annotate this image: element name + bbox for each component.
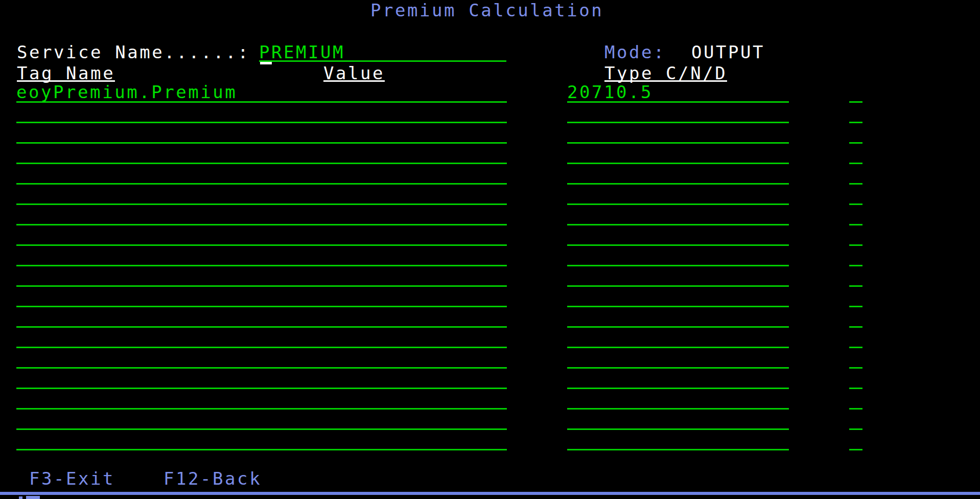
type-field[interactable] [849, 267, 862, 287]
value-field[interactable] [567, 247, 789, 266]
type-field[interactable] [849, 104, 862, 123]
type-field[interactable] [849, 226, 862, 246]
tag-field[interactable] [16, 411, 507, 430]
type-field[interactable] [849, 370, 862, 389]
terminal-screen: Premium Calculation Service Name......: … [0, 0, 980, 499]
value-field[interactable] [567, 267, 789, 287]
oia-clipped-glyph [19, 496, 22, 499]
value-field[interactable] [567, 411, 789, 430]
value-field[interactable] [567, 308, 789, 328]
service-name-label: Service Name......: [17, 43, 250, 61]
value-field[interactable] [567, 186, 789, 205]
type-field[interactable] [849, 145, 862, 164]
type-field[interactable] [849, 329, 862, 348]
type-field[interactable] [849, 308, 862, 328]
value-field[interactable] [567, 370, 789, 389]
tag-field[interactable] [16, 104, 507, 123]
type-field[interactable] [849, 390, 862, 410]
mode-label: Mode: [604, 43, 666, 61]
tag-field[interactable] [16, 308, 507, 328]
type-field[interactable] [849, 83, 862, 103]
column-header-value: Value [323, 64, 385, 82]
value-field[interactable] [567, 390, 789, 410]
oia-clipped-glyph [26, 496, 40, 499]
tag-field[interactable] [16, 370, 507, 389]
tag-field[interactable] [16, 390, 507, 410]
column-header-type: Type C/N/D [604, 64, 727, 82]
tag-field[interactable]: eoyPremium.Premium [16, 83, 507, 103]
tag-field[interactable] [16, 226, 507, 246]
type-field[interactable] [849, 349, 862, 369]
type-field[interactable] [849, 206, 862, 225]
tag-field[interactable] [16, 186, 507, 205]
type-field[interactable] [849, 431, 862, 450]
tag-field[interactable] [16, 329, 507, 348]
value-field[interactable] [567, 431, 789, 450]
column-header-tag-name: Tag Name [17, 64, 115, 82]
function-key-f12[interactable]: F12-Back [164, 470, 262, 487]
value-field[interactable] [567, 145, 789, 164]
type-field[interactable] [849, 165, 862, 185]
function-key-bar: F3-ExitF12-Back [0, 470, 980, 490]
type-field[interactable] [849, 411, 862, 430]
tag-field[interactable] [16, 349, 507, 369]
type-field[interactable] [849, 288, 862, 307]
tag-field[interactable] [16, 267, 507, 287]
type-field[interactable] [849, 247, 862, 266]
page-title: Premium Calculation [370, 2, 603, 19]
tag-field[interactable] [16, 431, 507, 450]
text-cursor [260, 62, 272, 64]
tag-field[interactable] [16, 145, 507, 164]
function-key-f3[interactable]: F3-Exit [29, 470, 115, 487]
tag-field[interactable] [16, 165, 507, 185]
mode-value: OUTPUT [691, 43, 765, 61]
value-field[interactable] [567, 226, 789, 246]
value-field[interactable]: 20710.5 [567, 83, 789, 103]
status-separator-line [0, 492, 980, 495]
tag-field[interactable] [16, 288, 507, 307]
value-field[interactable] [567, 288, 789, 307]
service-name-input[interactable]: PREMIUM [259, 43, 506, 62]
tag-field[interactable] [16, 206, 507, 225]
type-field[interactable] [849, 186, 862, 205]
value-field[interactable] [567, 165, 789, 185]
value-field[interactable] [567, 206, 789, 225]
type-field[interactable] [849, 124, 862, 144]
value-field[interactable] [567, 329, 789, 348]
value-field[interactable] [567, 124, 789, 144]
value-field[interactable] [567, 349, 789, 369]
tag-field[interactable] [16, 124, 507, 144]
tag-field[interactable] [16, 247, 507, 266]
value-field[interactable] [567, 104, 789, 123]
